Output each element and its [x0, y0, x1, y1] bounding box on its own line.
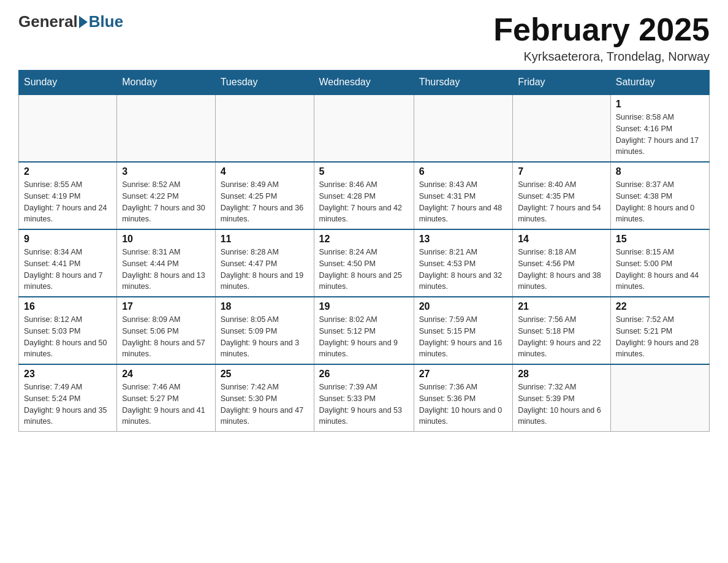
day-info: Sunrise: 8:15 AMSunset: 5:00 PMDaylight:… — [616, 247, 704, 293]
day-info: Sunrise: 8:52 AMSunset: 4:22 PMDaylight:… — [122, 179, 210, 225]
day-info: Sunrise: 7:42 AMSunset: 5:30 PMDaylight:… — [221, 381, 309, 427]
table-row: 12Sunrise: 8:24 AMSunset: 4:50 PMDayligh… — [314, 229, 414, 297]
title-block: February 2025 Kyrksaeterora, Trondelag, … — [493, 12, 710, 64]
table-row: 19Sunrise: 8:02 AMSunset: 5:12 PMDayligh… — [314, 297, 414, 364]
day-number: 11 — [221, 234, 309, 245]
day-number: 5 — [319, 166, 409, 177]
table-row: 22Sunrise: 7:52 AMSunset: 5:21 PMDayligh… — [610, 297, 709, 364]
day-info: Sunrise: 8:02 AMSunset: 5:12 PMDaylight:… — [319, 314, 409, 360]
day-info: Sunrise: 7:49 AMSunset: 5:24 PMDaylight:… — [24, 381, 112, 427]
table-row: 14Sunrise: 8:18 AMSunset: 4:56 PMDayligh… — [513, 229, 611, 297]
logo-arrow-icon — [79, 16, 88, 28]
page-header: General Blue February 2025 Kyrksaeterora… — [18, 12, 710, 64]
col-thursday: Thursday — [414, 71, 512, 95]
col-saturday: Saturday — [610, 71, 709, 95]
location: Kyrksaeterora, Trondelag, Norway — [493, 50, 710, 64]
table-row: 8Sunrise: 8:37 AMSunset: 4:38 PMDaylight… — [610, 162, 709, 229]
col-tuesday: Tuesday — [215, 71, 314, 95]
table-row: 20Sunrise: 7:59 AMSunset: 5:15 PMDayligh… — [414, 297, 512, 364]
day-number: 10 — [122, 234, 210, 245]
day-info: Sunrise: 8:58 AMSunset: 4:16 PMDaylight:… — [616, 112, 704, 158]
calendar-header: Sunday Monday Tuesday Wednesday Thursday… — [19, 71, 710, 95]
table-row: 11Sunrise: 8:28 AMSunset: 4:47 PMDayligh… — [215, 229, 314, 297]
day-number: 25 — [221, 369, 309, 380]
calendar-week-row: 2Sunrise: 8:55 AMSunset: 4:19 PMDaylight… — [19, 162, 710, 229]
table-row: 24Sunrise: 7:46 AMSunset: 5:27 PMDayligh… — [117, 364, 215, 432]
day-number: 13 — [419, 234, 507, 245]
table-row: 10Sunrise: 8:31 AMSunset: 4:44 PMDayligh… — [117, 229, 215, 297]
day-info: Sunrise: 7:32 AMSunset: 5:39 PMDaylight:… — [518, 381, 605, 427]
day-info: Sunrise: 8:28 AMSunset: 4:47 PMDaylight:… — [221, 247, 309, 293]
month-title: February 2025 — [493, 12, 710, 47]
day-number: 17 — [122, 301, 210, 312]
calendar-week-row: 16Sunrise: 8:12 AMSunset: 5:03 PMDayligh… — [19, 297, 710, 364]
logo-blue: Blue — [89, 12, 123, 31]
table-row: 2Sunrise: 8:55 AMSunset: 4:19 PMDaylight… — [19, 162, 117, 229]
day-number: 9 — [24, 234, 112, 245]
day-number: 3 — [122, 166, 210, 177]
table-row: 27Sunrise: 7:36 AMSunset: 5:36 PMDayligh… — [414, 364, 512, 432]
day-number: 26 — [319, 369, 409, 380]
calendar-week-row: 1Sunrise: 8:58 AMSunset: 4:16 PMDaylight… — [19, 94, 710, 162]
table-row: 1Sunrise: 8:58 AMSunset: 4:16 PMDaylight… — [610, 94, 709, 162]
day-info: Sunrise: 8:09 AMSunset: 5:06 PMDaylight:… — [122, 314, 210, 360]
header-row: Sunday Monday Tuesday Wednesday Thursday… — [19, 71, 710, 95]
table-row: 26Sunrise: 7:39 AMSunset: 5:33 PMDayligh… — [314, 364, 414, 432]
col-wednesday: Wednesday — [314, 71, 414, 95]
col-sunday: Sunday — [19, 71, 117, 95]
day-number: 22 — [616, 301, 704, 312]
day-info: Sunrise: 8:05 AMSunset: 5:09 PMDaylight:… — [221, 314, 309, 360]
day-info: Sunrise: 8:43 AMSunset: 4:31 PMDaylight:… — [419, 179, 507, 225]
day-number: 1 — [616, 99, 704, 110]
day-info: Sunrise: 8:31 AMSunset: 4:44 PMDaylight:… — [122, 247, 210, 293]
day-info: Sunrise: 8:46 AMSunset: 4:28 PMDaylight:… — [319, 179, 409, 225]
day-info: Sunrise: 8:37 AMSunset: 4:38 PMDaylight:… — [616, 179, 704, 225]
day-number: 23 — [24, 369, 112, 380]
table-row — [19, 94, 117, 162]
day-number: 2 — [24, 166, 112, 177]
table-row: 13Sunrise: 8:21 AMSunset: 4:53 PMDayligh… — [414, 229, 512, 297]
day-number: 19 — [319, 301, 409, 312]
col-monday: Monday — [117, 71, 215, 95]
day-info: Sunrise: 7:36 AMSunset: 5:36 PMDaylight:… — [419, 381, 507, 427]
day-number: 7 — [518, 166, 605, 177]
logo: General Blue — [18, 12, 123, 31]
day-info: Sunrise: 8:18 AMSunset: 4:56 PMDaylight:… — [518, 247, 605, 293]
day-number: 18 — [221, 301, 309, 312]
day-info: Sunrise: 8:49 AMSunset: 4:25 PMDaylight:… — [221, 179, 309, 225]
table-row: 23Sunrise: 7:49 AMSunset: 5:24 PMDayligh… — [19, 364, 117, 432]
calendar-week-row: 9Sunrise: 8:34 AMSunset: 4:41 PMDaylight… — [19, 229, 710, 297]
table-row: 15Sunrise: 8:15 AMSunset: 5:00 PMDayligh… — [610, 229, 709, 297]
table-row — [215, 94, 314, 162]
table-row: 3Sunrise: 8:52 AMSunset: 4:22 PMDaylight… — [117, 162, 215, 229]
table-row: 4Sunrise: 8:49 AMSunset: 4:25 PMDaylight… — [215, 162, 314, 229]
day-info: Sunrise: 8:40 AMSunset: 4:35 PMDaylight:… — [518, 179, 605, 225]
table-row: 18Sunrise: 8:05 AMSunset: 5:09 PMDayligh… — [215, 297, 314, 364]
day-info: Sunrise: 7:52 AMSunset: 5:21 PMDaylight:… — [616, 314, 704, 360]
day-number: 16 — [24, 301, 112, 312]
day-info: Sunrise: 7:39 AMSunset: 5:33 PMDaylight:… — [319, 381, 409, 427]
day-info: Sunrise: 8:55 AMSunset: 4:19 PMDaylight:… — [24, 179, 112, 225]
day-number: 8 — [616, 166, 704, 177]
day-info: Sunrise: 7:56 AMSunset: 5:18 PMDaylight:… — [518, 314, 605, 360]
table-row: 9Sunrise: 8:34 AMSunset: 4:41 PMDaylight… — [19, 229, 117, 297]
table-row: 5Sunrise: 8:46 AMSunset: 4:28 PMDaylight… — [314, 162, 414, 229]
day-number: 6 — [419, 166, 507, 177]
day-number: 21 — [518, 301, 605, 312]
logo-general: General — [18, 12, 78, 31]
table-row — [610, 364, 709, 432]
day-info: Sunrise: 8:34 AMSunset: 4:41 PMDaylight:… — [24, 247, 112, 293]
day-number: 20 — [419, 301, 507, 312]
table-row — [117, 94, 215, 162]
table-row — [314, 94, 414, 162]
day-number: 12 — [319, 234, 409, 245]
table-row: 7Sunrise: 8:40 AMSunset: 4:35 PMDaylight… — [513, 162, 611, 229]
day-number: 15 — [616, 234, 704, 245]
day-info: Sunrise: 8:12 AMSunset: 5:03 PMDaylight:… — [24, 314, 112, 360]
calendar-body: 1Sunrise: 8:58 AMSunset: 4:16 PMDaylight… — [19, 94, 710, 432]
day-number: 28 — [518, 369, 605, 380]
day-info: Sunrise: 8:21 AMSunset: 4:53 PMDaylight:… — [419, 247, 507, 293]
table-row: 16Sunrise: 8:12 AMSunset: 5:03 PMDayligh… — [19, 297, 117, 364]
day-number: 4 — [221, 166, 309, 177]
col-friday: Friday — [513, 71, 611, 95]
